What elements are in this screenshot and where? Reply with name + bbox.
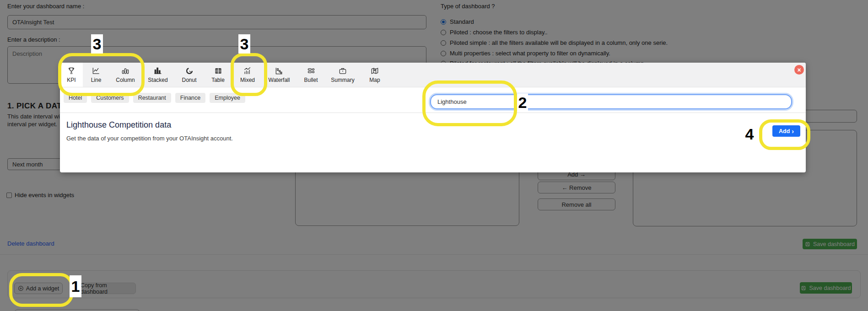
mixed-chart-icon: [243, 66, 252, 75]
dashboard-editor-page: Enter your dashboard name : Enter a desc…: [0, 0, 868, 311]
step-3a-badge: 3: [91, 34, 103, 54]
add-button-label: Add: [779, 128, 790, 134]
tab-summary[interactable]: Summary: [327, 63, 359, 87]
step-3b-badge: 3: [238, 34, 250, 54]
table-icon: [214, 66, 223, 75]
bullet-chart-icon: [307, 66, 316, 75]
widget-type-tabbar: KPI Line Column Stacked Donut Table: [60, 63, 806, 87]
trophy-icon: [67, 66, 76, 75]
tab-label: KPI: [67, 77, 75, 83]
widget-result-description: Get the data of your competition from yo…: [66, 135, 233, 142]
tab-kpi[interactable]: KPI: [60, 63, 83, 87]
chip-employee[interactable]: Employee: [210, 93, 245, 103]
step-1-badge: 1: [70, 275, 81, 297]
chip-restaurant[interactable]: Restaurant: [133, 93, 171, 103]
tab-mixed[interactable]: Mixed: [232, 63, 263, 87]
tab-label: Bullet: [304, 77, 318, 83]
tab-stacked[interactable]: Stacked: [141, 63, 174, 87]
waterfall-chart-icon: [275, 66, 284, 75]
tab-column[interactable]: Column: [109, 63, 141, 87]
tab-label: Line: [91, 77, 102, 83]
tab-waterfall[interactable]: Waterfall: [263, 63, 295, 87]
widget-result-title: Lighthouse Competition data: [66, 120, 171, 130]
step-4-badge: 4: [744, 126, 755, 142]
tab-label: Donut: [182, 77, 196, 83]
tab-label: Waterfall: [269, 77, 290, 83]
modal-divider: [60, 113, 806, 113]
donut-chart-icon: [185, 66, 194, 75]
tab-map[interactable]: Map: [359, 63, 391, 87]
tab-label: Map: [369, 77, 380, 83]
tab-label: Mixed: [240, 77, 255, 83]
tab-label: Summary: [331, 77, 354, 83]
chevron-right-icon: ›: [792, 128, 794, 135]
tab-table[interactable]: Table: [204, 63, 232, 87]
chip-customers[interactable]: Customers: [91, 93, 129, 103]
tab-line[interactable]: Line: [83, 63, 109, 87]
map-icon: [370, 66, 379, 75]
tab-donut[interactable]: Donut: [174, 63, 204, 87]
add-widget-confirm-button[interactable]: Add ›: [772, 125, 800, 137]
step-2-badge: 2: [517, 93, 528, 111]
add-widget-modal: KPI Line Column Stacked Donut Table: [60, 63, 806, 172]
widget-search-input[interactable]: [430, 94, 792, 109]
tab-bullet[interactable]: Bullet: [295, 63, 327, 87]
line-chart-icon: [92, 66, 101, 75]
tab-label: Column: [116, 77, 135, 83]
chip-hotel[interactable]: Hotel: [64, 93, 87, 103]
tab-label: Stacked: [148, 77, 167, 83]
category-chip-row: Hotel Customers Restaurant Finance Emplo…: [64, 93, 245, 103]
summary-icon: [338, 66, 347, 75]
tab-label: Table: [211, 77, 225, 83]
stacked-chart-icon: [153, 66, 162, 75]
close-icon[interactable]: ×: [794, 65, 804, 75]
chip-finance[interactable]: Finance: [175, 93, 205, 103]
column-chart-icon: [121, 66, 130, 75]
